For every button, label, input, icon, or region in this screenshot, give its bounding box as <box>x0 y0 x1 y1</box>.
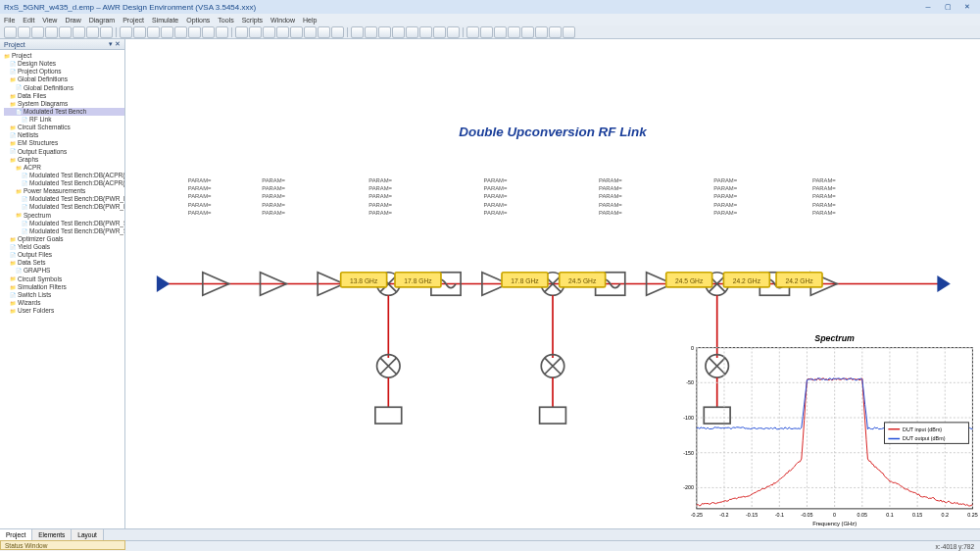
menu-edit[interactable]: Edit <box>23 17 34 24</box>
tree-item[interactable]: ACPR <box>4 164 124 172</box>
menu-file[interactable]: File <box>4 17 15 24</box>
toolbar-button[interactable] <box>290 26 303 38</box>
toolbar-button[interactable] <box>235 26 248 38</box>
menu-window[interactable]: Window <box>270 17 295 24</box>
toolbar-button[interactable] <box>73 26 85 38</box>
toolbar-button[interactable] <box>480 26 493 38</box>
minimize-button[interactable]: ─ <box>919 2 937 12</box>
tree-item[interactable]: Modulated Test Bench:DB(PWR_SPEC(... <box>4 227 124 235</box>
toolbar-button[interactable] <box>563 26 575 38</box>
tree-item[interactable]: System Diagrams <box>4 100 124 108</box>
tree-item[interactable]: Project <box>4 52 124 60</box>
toolbar-button[interactable] <box>447 26 460 38</box>
toolbar-button[interactable] <box>18 26 30 38</box>
tree-item[interactable]: RF Link <box>4 116 124 124</box>
sidebar-tab-project[interactable]: Project <box>0 529 32 540</box>
menu-view[interactable]: View <box>42 17 57 24</box>
tree-item[interactable]: Modulated Test Bench:DB(PWR_MTR(T... <box>4 195 124 203</box>
menu-help[interactable]: Help <box>303 17 317 24</box>
toolbar-button[interactable] <box>304 26 317 38</box>
sidebar-tab-layout[interactable]: Layout <box>72 529 104 540</box>
toolbar-button[interactable] <box>549 26 562 38</box>
toolbar-button[interactable] <box>59 26 72 38</box>
tree-item[interactable]: GRAPHS <box>4 267 124 275</box>
toolbar-button[interactable] <box>4 26 17 38</box>
tree-item[interactable]: Modulated Test Bench:DB(ACPR(TP.RF... <box>4 179 124 187</box>
toolbar-button[interactable] <box>535 26 548 38</box>
toolbar-button[interactable] <box>31 26 44 38</box>
toolbar-button[interactable] <box>466 26 479 38</box>
tree-item[interactable]: Design Notes <box>4 60 124 68</box>
menu-options[interactable]: Options <box>186 17 210 24</box>
toolbar-button[interactable] <box>331 26 344 38</box>
tree-item[interactable]: Global Definitions <box>4 75 124 83</box>
toolbar-button[interactable] <box>276 26 289 38</box>
toolbar-button[interactable] <box>120 26 132 38</box>
tree-item[interactable]: Modulated Test Bench:DB(PWR_MTR(T... <box>4 203 124 211</box>
tree-item[interactable]: Modulated Test Bench:DB(PWR_SPEC(... <box>4 220 124 227</box>
menu-scripts[interactable]: Scripts <box>242 17 263 24</box>
toolbar-button[interactable] <box>86 26 99 38</box>
toolbar-button[interactable] <box>494 26 507 38</box>
toolbar-button[interactable] <box>508 26 520 38</box>
toolbar-button[interactable] <box>100 26 113 38</box>
menu-project[interactable]: Project <box>122 17 144 24</box>
tree-item[interactable]: Yield Goals <box>4 243 124 251</box>
tree-item[interactable]: Project Options <box>4 68 124 75</box>
tree-item[interactable]: Modulated Test Bench <box>4 108 124 116</box>
tree-item[interactable]: Spectrum <box>4 212 124 220</box>
toolbar-button[interactable] <box>318 26 330 38</box>
toolbar-button[interactable] <box>351 26 364 38</box>
tree-item[interactable]: Data Files <box>4 92 124 100</box>
tree-item[interactable]: Netlists <box>4 131 124 139</box>
rf-link-pane: RF Link ─▢✕ Double Upconversion RF Link1… <box>127 316 655 528</box>
sidebar-tab-elements[interactable]: Elements <box>32 529 72 540</box>
tree-item[interactable]: Output Files <box>4 251 124 259</box>
tree-item[interactable]: Simulation Filters <box>4 283 124 291</box>
toolbar-button[interactable] <box>147 26 160 38</box>
menu-draw[interactable]: Draw <box>65 17 80 24</box>
toolbar-button[interactable] <box>378 26 391 38</box>
toolbar-button[interactable] <box>174 26 187 38</box>
toolbar-button[interactable] <box>406 26 418 38</box>
toolbar-button[interactable] <box>216 26 228 38</box>
toolbar-button[interactable] <box>433 26 446 38</box>
close-button[interactable]: ✕ <box>958 2 976 12</box>
menu-simulate[interactable]: Simulate <box>152 17 178 24</box>
status-window-tab[interactable]: Status Window <box>0 540 125 550</box>
tree-item[interactable]: EM Structures <box>4 139 124 147</box>
toolbar-button[interactable] <box>161 26 173 38</box>
tree-item[interactable]: Circuit Symbols <box>4 276 124 283</box>
svg-text:PARAM=: PARAM= <box>599 177 622 183</box>
svg-marker-63 <box>157 276 170 292</box>
tree-item[interactable]: Circuit Schematics <box>4 124 124 131</box>
toolbar-button[interactable] <box>45 26 58 38</box>
tree-item[interactable]: Output Equations <box>4 148 124 156</box>
tree-item[interactable]: Switch Lists <box>4 291 124 299</box>
toolbar-button[interactable] <box>188 26 201 38</box>
maximize-button[interactable]: ▢ <box>939 2 956 12</box>
menu-diagram[interactable]: Diagram <box>89 17 115 24</box>
toolbar-button[interactable] <box>202 26 215 38</box>
svg-text:PARAM=: PARAM= <box>262 193 285 199</box>
toolbar-button[interactable] <box>521 26 534 38</box>
panel-menu-icon[interactable]: ▾ ✕ <box>109 40 121 48</box>
project-tree[interactable]: ProjectDesign NotesProject OptionsGlobal… <box>0 50 124 528</box>
toolbar-button[interactable] <box>133 26 146 38</box>
toolbar-button[interactable] <box>419 26 432 38</box>
tree-item[interactable]: Global Definitions <box>4 84 124 92</box>
menu-tools[interactable]: Tools <box>218 17 233 24</box>
svg-text:PARAM=: PARAM= <box>188 177 212 183</box>
tree-item[interactable]: Optimizer Goals <box>4 235 124 243</box>
toolbar-button[interactable] <box>392 26 405 38</box>
tree-item[interactable]: Modulated Test Bench:DB(ACPR(TP.RF... <box>4 172 124 179</box>
tree-item[interactable]: Wizards <box>4 299 124 307</box>
tree-item[interactable]: Power Measurements <box>4 187 124 195</box>
toolbar-button[interactable] <box>263 26 275 38</box>
tree-item[interactable]: User Folders <box>4 307 124 315</box>
toolbar-button[interactable] <box>249 26 262 38</box>
tree-item[interactable]: Data Sets <box>4 259 124 267</box>
tree-item[interactable]: Graphs <box>4 156 124 164</box>
svg-text:Double Upconversion RF Link: Double Upconversion RF Link <box>459 125 648 139</box>
toolbar-button[interactable] <box>365 26 377 38</box>
